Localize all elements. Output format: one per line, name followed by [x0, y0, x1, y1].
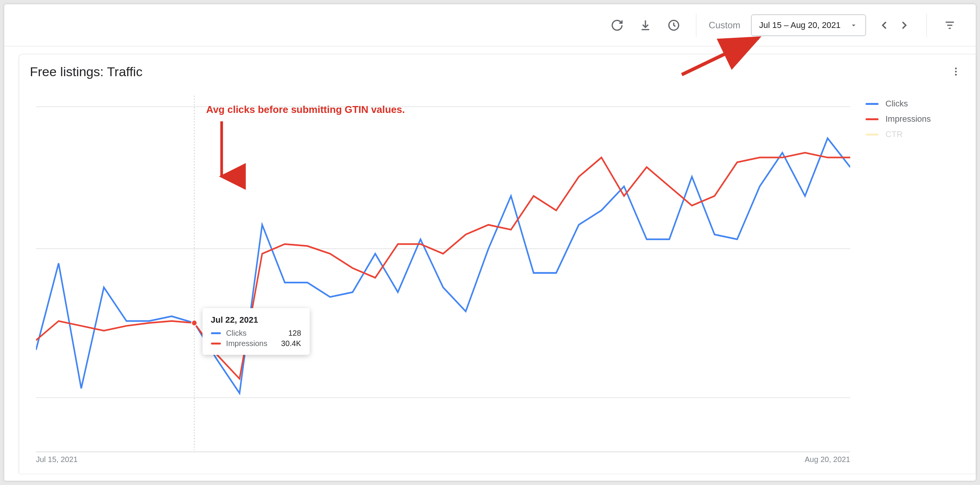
chart-tooltip: Jul 22, 2021 Clicks 128 Impressions 30.4…: [203, 308, 310, 355]
card-menu-button[interactable]: [947, 63, 964, 80]
filter-icon[interactable]: [939, 15, 960, 36]
tooltip-impressions-label: Impressions: [226, 339, 276, 348]
svg-point-2: [955, 71, 957, 73]
annotation-arrow-icon: [210, 119, 233, 189]
x-axis-end: Aug 20, 2021: [805, 455, 850, 464]
legend-item-impressions[interactable]: Impressions: [866, 114, 965, 124]
legend-item-clicks[interactable]: Clicks: [866, 99, 965, 109]
tooltip-impressions-value: 30.4K: [281, 339, 301, 348]
chart-legend: Clicks Impressions CTR: [866, 96, 965, 145]
tooltip-clicks-label: Clicks: [226, 329, 283, 338]
caret-down-icon: [849, 21, 858, 29]
refresh-icon[interactable]: [607, 15, 627, 35]
download-icon[interactable]: [635, 15, 655, 35]
chart-card: Free listings: Traffic Clicks Impr: [19, 54, 976, 473]
svg-point-1: [955, 68, 957, 70]
chart-plot[interactable]: [36, 96, 850, 450]
tooltip-clicks-value: 128: [288, 329, 301, 338]
svg-point-3: [955, 74, 957, 76]
history-icon[interactable]: [664, 15, 684, 35]
annotation-text: Avg clicks before submitting GTIN values…: [206, 104, 405, 116]
tooltip-date: Jul 22, 2021: [211, 315, 301, 325]
annotation-arrow-to-date-icon: [678, 33, 770, 80]
daterange-mode-label: Custom: [709, 20, 740, 31]
toolbar: Custom Jul 15 – Aug 20, 2021: [4, 4, 976, 46]
divider: [926, 14, 927, 37]
card-title: Free listings: Traffic: [30, 64, 142, 79]
svg-line-11: [682, 38, 758, 75]
next-range-button[interactable]: [894, 15, 914, 35]
svg-point-9: [192, 320, 197, 326]
x-axis-start: Jul 15, 2021: [36, 455, 78, 464]
legend-item-ctr[interactable]: CTR: [866, 129, 965, 139]
prev-range-button[interactable]: [874, 15, 894, 35]
x-axis: Jul 15, 2021 Aug 20, 2021: [36, 452, 850, 464]
date-range-text: Jul 15 – Aug 20, 2021: [759, 20, 841, 30]
